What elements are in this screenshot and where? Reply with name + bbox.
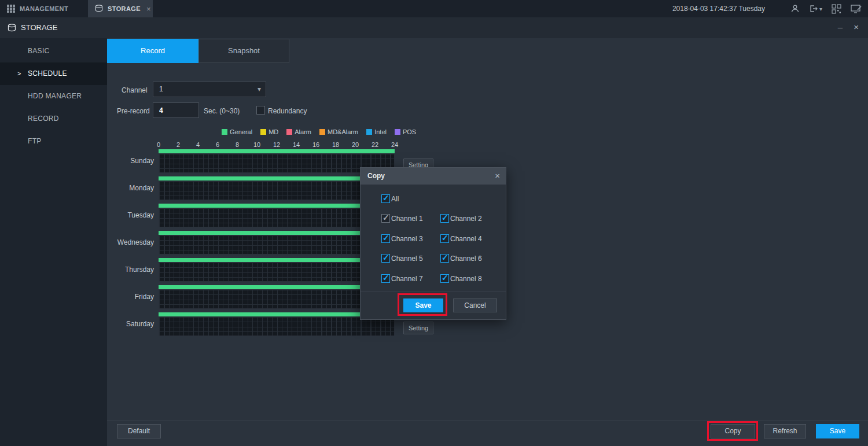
hour-label: 18	[332, 141, 339, 148]
display-edit-icon[interactable]	[851, 4, 862, 14]
prerecord-input[interactable]	[153, 102, 199, 118]
schedule-row-saturday	[159, 312, 395, 336]
channel-select-value: 1	[159, 85, 163, 93]
day-label: Wednesday	[108, 238, 154, 246]
legend-item-pos: POS	[395, 128, 416, 135]
sidebar-item-label: FTP	[28, 137, 42, 145]
apps-grid-icon	[7, 5, 15, 13]
hour-scale: 0 2 4 6 8 10 12 14 16 18 20 22 24	[159, 141, 395, 149]
sidebar-item-label: RECORD	[28, 115, 59, 123]
schedule-grid[interactable]	[159, 289, 395, 309]
legend-label: MD	[269, 128, 278, 135]
setting-button-saturday[interactable]: Setting	[403, 322, 433, 334]
caret-down-icon	[818, 6, 822, 12]
hour-label: 4	[196, 141, 200, 148]
legend-label: Intel	[374, 128, 387, 135]
channel-1-label: Channel 1	[391, 215, 423, 223]
logout-icon[interactable]	[809, 4, 822, 13]
channel-2-label: Channel 2	[450, 215, 482, 223]
channel-5-checkbox[interactable]	[381, 254, 390, 263]
copy-button[interactable]: Copy	[711, 424, 755, 438]
qr-code-icon[interactable]	[832, 4, 841, 14]
intel-swatch-icon	[366, 129, 372, 135]
sidebar: BASIC SCHEDULE HDD MANAGER RECORD FTP	[0, 38, 107, 446]
sidebar-item-hdd-manager[interactable]: HDD MANAGER	[0, 85, 107, 108]
selected-arrow-icon	[17, 62, 21, 85]
record-type-legend: General MD Alarm MD&Alarm Intel POS	[222, 128, 416, 135]
hour-label: 22	[372, 141, 378, 148]
channel-3-row: Channel 3	[381, 234, 423, 243]
dialog-footer-divider	[361, 292, 506, 292]
save-button[interactable]: Save	[816, 424, 859, 438]
channel-6-checkbox[interactable]	[440, 254, 449, 263]
sidebar-item-label: HDD MANAGER	[28, 92, 82, 100]
redundancy-checkbox[interactable]	[256, 106, 265, 115]
channel-8-label: Channel 8	[450, 275, 482, 283]
legend-label: MD&Alarm	[328, 128, 358, 135]
sidebar-item-ftp[interactable]: FTP	[0, 130, 107, 153]
schedule-grid[interactable]	[159, 208, 395, 227]
channel-6-label: Channel 6	[450, 255, 482, 263]
channel-7-label: Channel 7	[391, 275, 423, 283]
taskbar: MANAGEMENT STORAGE 2018-04-03 17:42:37 T…	[0, 0, 868, 17]
channel-3-checkbox[interactable]	[381, 234, 390, 243]
hour-label: 6	[216, 141, 219, 148]
day-label: Thursday	[108, 266, 154, 274]
hour-label: 20	[352, 141, 359, 148]
taskbar-management-tab[interactable]: MANAGEMENT	[0, 0, 88, 17]
schedule-grid[interactable]	[159, 235, 395, 255]
footer-divider	[107, 421, 868, 421]
user-icon[interactable]	[790, 4, 800, 13]
sidebar-item-schedule[interactable]: SCHEDULE	[0, 62, 107, 85]
dialog-save-button[interactable]: Save	[403, 298, 443, 312]
chevron-down-icon	[258, 82, 261, 97]
schedule-grid[interactable]	[159, 153, 395, 173]
channel-2-checkbox[interactable]	[440, 214, 449, 223]
window-title: STORAGE	[21, 23, 57, 32]
schedule-row-sunday	[159, 149, 395, 173]
channel-select[interactable]: 1	[153, 82, 266, 97]
all-checkbox-row: All	[381, 194, 399, 203]
hour-label: 16	[312, 141, 319, 148]
schedule-grid[interactable]	[159, 180, 395, 200]
schedule-row-wednesday	[159, 231, 395, 255]
alarm-swatch-icon	[286, 129, 292, 135]
sidebar-item-basic[interactable]: BASIC	[0, 40, 107, 62]
minimize-icon[interactable]	[838, 22, 843, 32]
refresh-button[interactable]: Refresh	[764, 424, 806, 438]
management-label: MANAGEMENT	[20, 5, 68, 12]
all-label: All	[391, 195, 399, 203]
channel-label: Channel	[122, 86, 148, 94]
redundancy-label: Redundancy	[268, 107, 307, 115]
dialog-cancel-button[interactable]: Cancel	[453, 298, 497, 312]
pos-swatch-icon	[395, 129, 400, 135]
schedule-row-monday	[159, 176, 395, 200]
general-record-bar	[159, 176, 395, 180]
general-record-bar	[159, 285, 395, 289]
channel-8-checkbox[interactable]	[440, 274, 449, 283]
copy-dialog-header: Copy	[361, 168, 506, 185]
schedule-grid[interactable]	[159, 316, 395, 336]
hour-label: 24	[391, 141, 398, 148]
day-label: Monday	[108, 184, 154, 192]
channel-7-checkbox[interactable]	[381, 274, 390, 283]
channel-3-label: Channel 3	[391, 235, 423, 243]
channel-4-checkbox[interactable]	[440, 234, 449, 243]
channel-1-row: Channel 1	[381, 214, 423, 223]
hour-label: 2	[176, 141, 180, 148]
hour-label: 0	[157, 141, 160, 148]
tab-close-icon[interactable]	[146, 5, 151, 13]
close-icon[interactable]	[854, 22, 859, 32]
channel-4-label: Channel 4	[450, 235, 482, 243]
schedule-grid[interactable]	[159, 262, 395, 282]
dialog-close-icon[interactable]	[495, 171, 500, 180]
hour-label: 12	[273, 141, 280, 148]
all-checkbox[interactable]	[381, 194, 390, 203]
sidebar-item-record[interactable]: RECORD	[0, 108, 107, 130]
tab-record[interactable]: Record	[107, 39, 198, 63]
default-button[interactable]: Default	[117, 424, 161, 438]
datetime-label: 2018-04-03 17:42:37 Tuesday	[672, 0, 765, 17]
tab-snapshot[interactable]: Snapshot	[198, 39, 289, 63]
legend-item-general: General	[222, 128, 252, 135]
taskbar-storage-tab[interactable]: STORAGE	[88, 0, 153, 17]
